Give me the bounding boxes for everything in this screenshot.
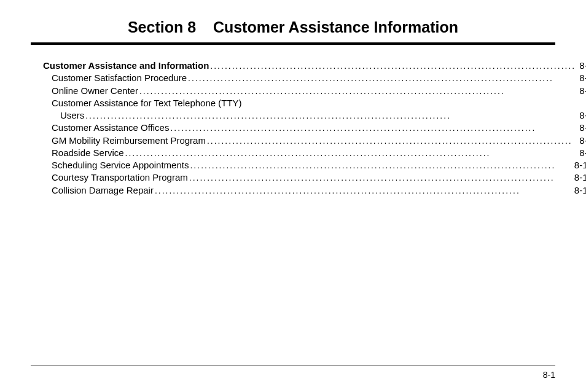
section-title: Section 8 Customer Assistance Informatio… — [31, 18, 555, 36]
toc-entry-leader — [169, 122, 577, 134]
toc-entry-label: Customer Assistance and Information — [43, 60, 209, 72]
toc-entry: Customer Assistance and Information8-2 — [43, 60, 586, 72]
toc-entry-leader — [154, 185, 572, 197]
toc-entry: Customer Satisfaction Procedure8-2 — [43, 72, 586, 84]
toc-entry-label: Roadside Service — [52, 147, 124, 159]
toc-entry-leader — [209, 60, 577, 72]
toc-entry: Scheduling Service Appointments8-10 — [43, 159, 586, 171]
toc-entry-label: Courtesy Transportation Program — [52, 171, 188, 184]
toc-entry: Roadside Service8-8 — [43, 147, 586, 159]
toc-entry-leader — [189, 160, 571, 171]
toc-entry-label: Customer Assistance for Text Telephone (… — [52, 97, 242, 109]
title-prefix: Section 8 — [128, 18, 196, 36]
toc-entry-leader — [124, 147, 577, 159]
toc-entry-label: Collision Damage Repair — [52, 184, 154, 197]
title-rule — [31, 42, 555, 45]
toc-entry: Customer Assistance Offices8-6 — [43, 122, 586, 134]
toc-entry-page: 8-6 — [577, 122, 586, 134]
toc-entry-leader — [84, 110, 577, 122]
toc-entry-label: Online Owner Center — [52, 85, 138, 97]
title-main: Customer Assistance Information — [213, 18, 458, 36]
toc-entry: Customer Assistance for Text Telephone (… — [43, 97, 586, 109]
toc-entry-page: 8-7 — [577, 135, 586, 147]
toc-entry-page: 8-6 — [577, 109, 586, 122]
toc-entry-page: 8-5 — [577, 85, 586, 97]
toc-entry-page: 8-2 — [577, 60, 586, 72]
toc-entry: Online Owner Center8-5 — [43, 85, 586, 97]
toc-entry-leader — [188, 172, 572, 184]
toc-entry-leader — [138, 85, 577, 97]
toc-entry: Users8-6 — [43, 109, 586, 122]
toc-entry-label: Users — [60, 109, 84, 122]
toc-entry: GM Mobility Reimbursement Program8-7 — [43, 135, 586, 147]
toc-entry: Courtesy Transportation Program8-10 — [43, 171, 586, 184]
toc-entry-page: 8-10 — [572, 159, 586, 171]
toc-entry: Collision Damage Repair8-12 — [43, 184, 586, 197]
toc-entry-label: GM Mobility Reimbursement Program — [52, 135, 206, 147]
toc-entry-label: Scheduling Service Appointments — [52, 159, 189, 171]
toc-left-column: Customer Assistance and Information8-2Cu… — [43, 60, 586, 225]
toc-entry-label: Customer Assistance Offices — [52, 122, 169, 134]
toc-entry-leader — [206, 135, 577, 147]
toc-entry-label: Customer Satisfaction Procedure — [52, 72, 187, 84]
toc-entry-page: 8-10 — [572, 171, 586, 184]
toc-columns: Customer Assistance and Information8-2Cu… — [31, 60, 555, 225]
toc-entry-page: 8-8 — [577, 147, 586, 159]
footer-rule — [31, 366, 555, 366]
toc-entry-page: 8-2 — [577, 72, 586, 84]
toc-entry-page: 8-12 — [572, 184, 586, 197]
page-footer: 8-1 — [31, 366, 555, 380]
page-number: 8-1 — [31, 370, 555, 380]
toc-entry-leader — [187, 73, 577, 84]
